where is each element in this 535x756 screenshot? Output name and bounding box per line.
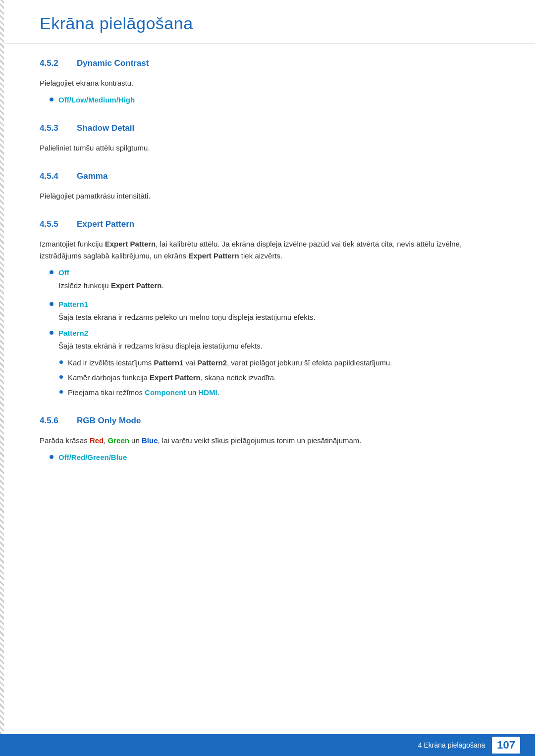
footer-label: 4 Ekrāna pielāgošana xyxy=(418,741,485,749)
note-text-1: Kad ir izvēlēts iestatījums Pattern1 vai… xyxy=(68,357,495,369)
section-desc-4-5-5: Izmantojiet funkciju Expert Pattern, lai… xyxy=(40,238,495,262)
list-item-rgb: Off/Red/Green/Blue xyxy=(40,452,495,463)
inline-blue: Blue xyxy=(142,436,158,445)
bullet-dot-rgb xyxy=(50,455,54,459)
page-title: Ekrāna pielāgošana xyxy=(40,14,495,33)
section-heading-4-5-5: 4.5.5 Expert Pattern xyxy=(40,219,495,231)
inline-red: Red xyxy=(90,436,104,445)
bullet-label-off: Off xyxy=(58,268,69,277)
bullet-text: Off/Low/Medium/High xyxy=(58,94,495,106)
section-4-5-5: 4.5.5 Expert Pattern Izmantojiet funkcij… xyxy=(40,219,495,399)
section-number-4-5-6: 4.5.6 xyxy=(40,416,67,426)
note-dot-2 xyxy=(59,375,63,379)
bullet-dot-pattern2 xyxy=(50,331,54,335)
main-content: 4.5.2 Dynamic Contrast Pielāgojiet ekrān… xyxy=(0,58,535,510)
bullet-dot xyxy=(50,98,54,101)
inline-expert: Expert Pattern xyxy=(111,281,162,290)
note-text-2: Kamēr darbojas funkcija Expert Pattern, … xyxy=(68,372,495,384)
bullet-text-rgb: Off/Red/Green/Blue xyxy=(58,452,495,463)
section-4-5-4: 4.5.4 Gamma Pielāgojiet pamatkrāsu inten… xyxy=(40,171,495,202)
bullet-content-off: Off Izslēdz funkciju Expert Pattern. xyxy=(58,267,495,295)
section-title-4-5-6: RGB Only Mode xyxy=(77,416,141,426)
section-4-5-6: 4.5.6 RGB Only Mode Parāda krāsas Red, G… xyxy=(40,416,495,463)
section-number-4-5-4: 4.5.4 xyxy=(40,171,67,181)
list-item-pattern2: Pattern2 Šajā testa ekrānā ir redzams kr… xyxy=(40,327,495,352)
bullet-list-4-5-2: Off/Low/Medium/High xyxy=(40,94,495,106)
inline-p2: Pattern2 xyxy=(197,358,227,367)
sub-text-pattern1: Šajā testa ekrānā ir redzams pelēko un m… xyxy=(58,311,495,323)
bullet-label-pattern2: Pattern2 xyxy=(58,329,88,337)
bullet-dot-pattern1 xyxy=(50,302,54,306)
section-number-4-5-2: 4.5.2 xyxy=(40,58,67,68)
section-desc-4-5-3: Palieliniet tumšu attēlu spilgtumu. xyxy=(40,142,495,154)
section-title-4-5-4: Gamma xyxy=(77,171,107,181)
bullet-list-4-5-5: Off Izslēdz funkciju Expert Pattern. Pat… xyxy=(40,267,495,352)
note-item-2: Kamēr darbojas funkcija Expert Pattern, … xyxy=(40,372,495,384)
list-item-pattern1: Pattern1 Šajā testa ekrānā ir redzams pe… xyxy=(40,299,495,323)
note-item-1: Kad ir izvēlēts iestatījums Pattern1 vai… xyxy=(40,357,495,369)
bullet-content-pattern2: Pattern2 Šajā testa ekrānā ir redzams kr… xyxy=(58,327,495,352)
sub-text-pattern2: Šajā testa ekrānā ir redzams krāsu displ… xyxy=(58,340,495,352)
notes-list-4-5-5: Kad ir izvēlēts iestatījums Pattern1 vai… xyxy=(40,357,495,399)
section-title-4-5-2: Dynamic Contrast xyxy=(77,58,149,68)
section-heading-4-5-6: 4.5.6 RGB Only Mode xyxy=(40,416,495,428)
section-desc-4-5-4: Pielāgojiet pamatkrāsu intensitāti. xyxy=(40,190,495,202)
page-footer: 4 Ekrāna pielāgošana 107 xyxy=(0,734,535,756)
inline-bold-2: Expert Pattern xyxy=(188,252,239,260)
section-4-5-3: 4.5.3 Shadow Detail Palieliniet tumšu at… xyxy=(40,123,495,154)
inline-bold: Expert Pattern xyxy=(105,240,156,248)
bullet-dot-off xyxy=(50,270,54,274)
section-heading-4-5-4: 4.5.4 Gamma xyxy=(40,171,495,183)
section-desc-4-5-2: Pielāgojiet ekrāna kontrastu. xyxy=(40,77,495,89)
bullet-content-pattern1: Pattern1 Šajā testa ekrānā ir redzams pe… xyxy=(58,299,495,323)
bullet-list-4-5-6: Off/Red/Green/Blue xyxy=(40,452,495,463)
inline-green: Green xyxy=(108,436,129,445)
section-desc-4-5-6: Parāda krāsas Red, Green un Blue, lai va… xyxy=(40,435,495,447)
section-heading-4-5-3: 4.5.3 Shadow Detail xyxy=(40,123,495,135)
section-title-4-5-3: Shadow Detail xyxy=(77,123,134,133)
list-item-off: Off Izslēdz funkciju Expert Pattern. xyxy=(40,267,495,295)
note-dot-3 xyxy=(59,390,63,394)
section-heading-4-5-2: 4.5.2 Dynamic Contrast xyxy=(40,58,495,70)
list-item: Off/Low/Medium/High xyxy=(40,94,495,106)
page-wrapper: Ekrāna pielāgošana 4.5.2 Dynamic Contras… xyxy=(0,0,535,756)
bullet-label-pattern1: Pattern1 xyxy=(58,300,88,308)
footer-page-number: 107 xyxy=(492,737,520,754)
inline-hdmi: HDMI xyxy=(198,388,217,397)
note-item-3: Pieejama tikai režīmos Component un HDMI… xyxy=(40,387,495,399)
section-number-4-5-3: 4.5.3 xyxy=(40,123,67,133)
inline-component: Component xyxy=(145,388,186,397)
inline-p1: Pattern1 xyxy=(154,358,183,367)
sub-text-off: Izslēdz funkciju Expert Pattern. xyxy=(58,280,495,292)
note-dot-1 xyxy=(59,360,63,364)
section-4-5-2: 4.5.2 Dynamic Contrast Pielāgojiet ekrān… xyxy=(40,58,495,106)
page-header: Ekrāna pielāgošana xyxy=(0,0,535,44)
note-text-3: Pieejama tikai režīmos Component un HDMI… xyxy=(68,387,495,399)
section-title-4-5-5: Expert Pattern xyxy=(77,219,134,229)
left-accent-bar xyxy=(0,0,4,756)
inline-ep2: Expert Pattern xyxy=(150,373,201,382)
section-number-4-5-5: 4.5.5 xyxy=(40,219,67,229)
